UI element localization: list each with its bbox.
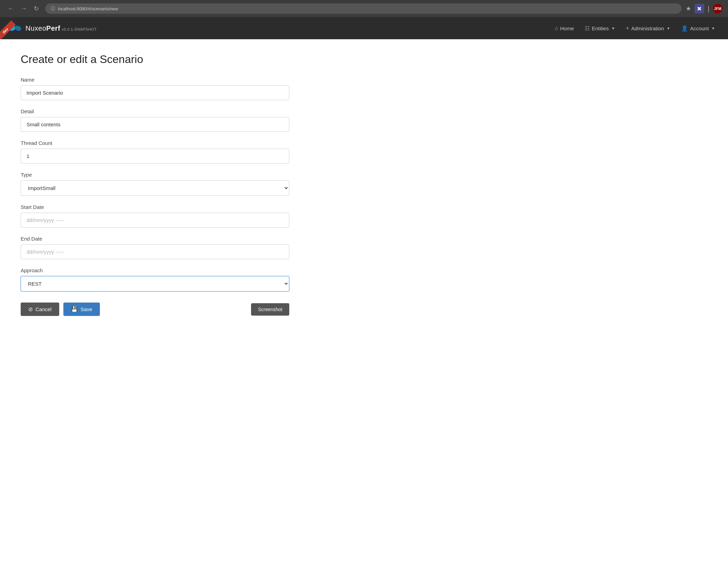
type-select[interactable]: ImportSmall ImportLarge Export Query xyxy=(21,180,289,196)
name-group: Name xyxy=(21,77,707,100)
name-label: Name xyxy=(21,77,707,83)
detail-input[interactable] xyxy=(21,117,289,132)
account-icon: 👤 xyxy=(681,25,688,32)
cancel-button[interactable]: ⊘ Cancel xyxy=(21,303,59,316)
detail-group: Detail xyxy=(21,108,707,132)
refresh-button[interactable]: ↻ xyxy=(32,4,41,13)
app-nav: ⌂ Home ☷ Entities ▼ + Administration ▼ 👤… xyxy=(550,22,720,34)
administration-dropdown-arrow: ▼ xyxy=(667,27,670,30)
user-avatar: JFM xyxy=(713,4,722,13)
app-title: NuxeoPerfv0.0.1-SNAPSHOT xyxy=(25,24,97,32)
form-actions-left: ⊘ Cancel 💾 Save xyxy=(21,303,100,316)
nav-entities[interactable]: ☷ Entities ▼ xyxy=(580,22,620,34)
main-content: Create or edit a Scenario Name Detail Th… xyxy=(0,39,728,561)
start-date-group: Start Date xyxy=(21,204,707,227)
form-actions: ⊘ Cancel 💾 Save Screenshot xyxy=(21,303,289,316)
detail-label: Detail xyxy=(21,108,707,114)
approach-group: Approach REST CMIS Java xyxy=(21,267,707,292)
browser-chrome: ← → ↻ ⓘ localhost:8080/#/scenario/new ★ … xyxy=(0,0,728,17)
start-date-input[interactable] xyxy=(21,213,289,227)
save-button[interactable]: 💾 Save xyxy=(63,303,100,316)
end-date-label: End Date xyxy=(21,236,707,242)
administration-icon: + xyxy=(626,25,629,31)
back-button[interactable]: ← xyxy=(6,4,16,13)
thread-count-input[interactable] xyxy=(21,149,289,163)
scenario-form: Name Detail Thread Count Type ImportSmal… xyxy=(21,77,707,316)
bookmark-icon[interactable]: ★ xyxy=(686,5,691,12)
cancel-icon: ⊘ xyxy=(28,306,33,313)
approach-select[interactable]: REST CMIS Java xyxy=(21,276,289,292)
entities-icon: ☷ xyxy=(585,25,590,32)
app-header: NuxeoPerfv0.0.1-SNAPSHOT ⌂ Home ☷ Entiti… xyxy=(0,17,728,39)
url-text: localhost:8080/#/scenario/new xyxy=(58,6,118,11)
logo-icon xyxy=(8,23,22,33)
forward-button[interactable]: → xyxy=(19,4,29,13)
thread-count-group: Thread Count xyxy=(21,140,707,163)
browser-actions: ★ ✖ | JFM xyxy=(686,4,722,13)
end-date-input[interactable] xyxy=(21,244,289,259)
nav-account[interactable]: 👤 Account ▼ xyxy=(676,22,720,34)
app-header-left: NuxeoPerfv0.0.1-SNAPSHOT xyxy=(8,23,97,33)
page-title: Create or edit a Scenario xyxy=(21,53,707,66)
svg-point-1 xyxy=(14,25,22,32)
approach-label: Approach xyxy=(21,267,707,273)
save-icon: 💾 xyxy=(71,306,78,313)
type-group: Type ImportSmall ImportLarge Export Quer… xyxy=(21,172,707,196)
type-label: Type xyxy=(21,172,707,178)
nav-administration[interactable]: + Administration ▼ xyxy=(621,22,675,34)
account-dropdown-arrow: ▼ xyxy=(711,27,715,30)
start-date-label: Start Date xyxy=(21,204,707,210)
home-icon: ⌂ xyxy=(555,25,558,31)
thread-count-label: Thread Count xyxy=(21,140,707,146)
separator: | xyxy=(708,5,709,13)
browser-nav-buttons: ← → ↻ xyxy=(6,4,41,13)
security-icon: ⓘ xyxy=(51,6,55,12)
name-input[interactable] xyxy=(21,85,289,100)
screenshot-button[interactable]: Screenshot xyxy=(251,303,289,316)
address-bar[interactable]: ⓘ localhost:8080/#/scenario/new xyxy=(45,3,682,14)
close-tab-button[interactable]: ✖ xyxy=(695,4,704,13)
entities-dropdown-arrow: ▼ xyxy=(612,27,615,30)
nav-home[interactable]: ⌂ Home xyxy=(550,22,579,34)
end-date-group: End Date xyxy=(21,236,707,259)
